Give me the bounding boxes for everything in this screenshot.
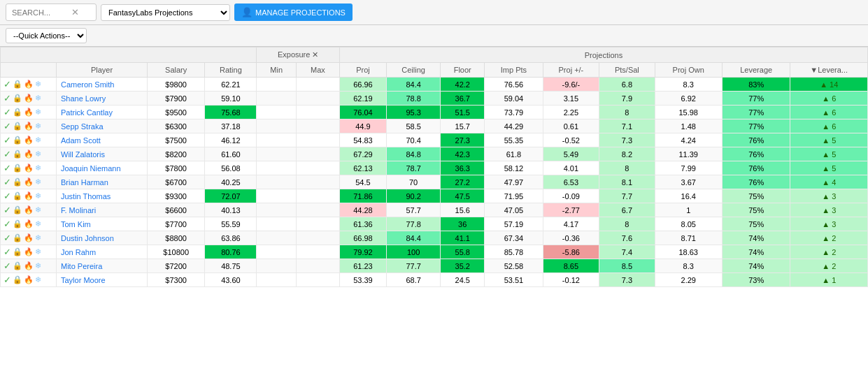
player-name[interactable]: Taylor Moore bbox=[57, 273, 148, 287]
check-icon[interactable]: ✓ bbox=[3, 261, 11, 271]
player-name[interactable]: Dustin Johnson bbox=[57, 231, 148, 245]
check-icon[interactable]: ✓ bbox=[3, 233, 11, 243]
leverage-col-header[interactable]: Leverage bbox=[722, 63, 790, 78]
player-min[interactable] bbox=[257, 231, 296, 245]
check-icon[interactable]: ✓ bbox=[3, 205, 11, 215]
player-name[interactable]: Will Zalatoris bbox=[57, 147, 148, 161]
player-max[interactable] bbox=[296, 175, 339, 189]
lock-icon[interactable]: 🔒 bbox=[13, 191, 22, 201]
player-min[interactable] bbox=[257, 119, 296, 133]
lock-icon[interactable]: 🔒 bbox=[13, 150, 22, 159]
proj-own-col-header[interactable]: Proj Own bbox=[655, 63, 722, 78]
proj-col-header[interactable]: Proj bbox=[339, 63, 386, 78]
player-name[interactable]: Brian Harman bbox=[57, 175, 148, 189]
player-min[interactable] bbox=[257, 147, 296, 161]
check-icon[interactable]: ✓ bbox=[3, 121, 11, 131]
player-max[interactable] bbox=[296, 217, 339, 231]
snow-icon[interactable]: ❄ bbox=[35, 122, 41, 131]
check-icon[interactable]: ✓ bbox=[3, 275, 11, 285]
check-icon[interactable]: ✓ bbox=[3, 107, 11, 117]
lock-icon[interactable]: 🔒 bbox=[13, 205, 22, 215]
floor-col-header[interactable]: Floor bbox=[441, 63, 485, 78]
player-min[interactable] bbox=[257, 92, 296, 106]
fire-icon[interactable]: 🔥 bbox=[24, 177, 34, 187]
check-icon[interactable]: ✓ bbox=[3, 219, 11, 229]
lock-icon[interactable]: 🔒 bbox=[13, 94, 22, 103]
player-name[interactable]: Adam Scott bbox=[57, 133, 148, 147]
fire-icon[interactable]: 🔥 bbox=[24, 136, 34, 145]
max-col-header[interactable]: Max bbox=[296, 63, 339, 78]
player-name[interactable]: F. Molinari bbox=[57, 203, 148, 217]
snow-icon[interactable]: ❄ bbox=[35, 177, 41, 187]
player-name[interactable]: Sepp Straka bbox=[57, 119, 148, 133]
fire-icon[interactable]: 🔥 bbox=[24, 205, 34, 215]
player-name[interactable]: Cameron Smith bbox=[57, 78, 148, 92]
player-min[interactable] bbox=[257, 189, 296, 203]
search-box[interactable]: ✕ bbox=[6, 3, 97, 21]
player-min[interactable] bbox=[257, 106, 296, 119]
snow-icon[interactable]: ❄ bbox=[35, 191, 41, 201]
min-col-header[interactable]: Min bbox=[257, 63, 296, 78]
snow-icon[interactable]: ❄ bbox=[35, 150, 41, 159]
lock-icon[interactable]: 🔒 bbox=[13, 108, 22, 117]
player-name[interactable]: Joaquin Niemann bbox=[57, 161, 148, 175]
snow-icon[interactable]: ❄ bbox=[35, 275, 41, 284]
lock-icon[interactable]: 🔒 bbox=[13, 122, 22, 131]
fire-icon[interactable]: 🔥 bbox=[24, 233, 34, 242]
player-min[interactable] bbox=[257, 217, 296, 231]
snow-icon[interactable]: ❄ bbox=[35, 108, 41, 117]
player-name[interactable]: Tom Kim bbox=[57, 217, 148, 231]
player-min[interactable] bbox=[257, 161, 296, 175]
quick-actions-select[interactable]: --Quick Actions-- bbox=[6, 28, 87, 43]
fire-icon[interactable]: 🔥 bbox=[24, 80, 34, 89]
check-icon[interactable]: ✓ bbox=[3, 135, 11, 145]
lock-icon[interactable]: 🔒 bbox=[13, 80, 22, 89]
fire-icon[interactable]: 🔥 bbox=[24, 261, 34, 270]
fire-icon[interactable]: 🔥 bbox=[24, 163, 34, 173]
player-max[interactable] bbox=[296, 119, 339, 133]
snow-icon[interactable]: ❄ bbox=[35, 261, 41, 270]
leverage2-col-header[interactable]: ▼Levera... bbox=[790, 63, 868, 78]
fire-icon[interactable]: 🔥 bbox=[24, 247, 34, 256]
fire-icon[interactable]: 🔥 bbox=[24, 94, 34, 103]
snow-icon[interactable]: ❄ bbox=[35, 219, 41, 228]
lock-icon[interactable]: 🔒 bbox=[13, 136, 22, 145]
player-min[interactable] bbox=[257, 175, 296, 189]
check-icon[interactable]: ✓ bbox=[3, 163, 11, 173]
check-icon[interactable]: ✓ bbox=[3, 93, 11, 103]
player-col-header[interactable]: Player bbox=[57, 63, 148, 78]
salary-col-header[interactable]: Salary bbox=[148, 63, 205, 78]
player-min[interactable] bbox=[257, 78, 296, 92]
fire-icon[interactable]: 🔥 bbox=[24, 275, 34, 284]
lock-icon[interactable]: 🔒 bbox=[13, 247, 22, 256]
player-max[interactable] bbox=[296, 203, 339, 217]
player-max[interactable] bbox=[296, 106, 339, 119]
player-min[interactable] bbox=[257, 203, 296, 217]
player-max[interactable] bbox=[296, 189, 339, 203]
fire-icon[interactable]: 🔥 bbox=[24, 191, 34, 201]
player-max[interactable] bbox=[296, 92, 339, 106]
check-icon[interactable]: ✓ bbox=[3, 247, 11, 257]
snow-icon[interactable]: ❄ bbox=[35, 163, 41, 173]
player-name[interactable]: Justin Thomas bbox=[57, 189, 148, 203]
check-icon[interactable]: ✓ bbox=[3, 149, 11, 159]
player-max[interactable] bbox=[296, 259, 339, 273]
player-min[interactable] bbox=[257, 133, 296, 147]
player-min[interactable] bbox=[257, 273, 296, 287]
player-max[interactable] bbox=[296, 147, 339, 161]
fire-icon[interactable]: 🔥 bbox=[24, 122, 34, 131]
player-name[interactable]: Shane Lowry bbox=[57, 92, 148, 106]
lock-icon[interactable]: 🔒 bbox=[13, 219, 22, 228]
lock-icon[interactable]: 🔒 bbox=[13, 177, 22, 187]
snow-icon[interactable]: ❄ bbox=[35, 247, 41, 256]
player-name[interactable]: Mito Pereira bbox=[57, 259, 148, 273]
snow-icon[interactable]: ❄ bbox=[35, 233, 41, 242]
player-max[interactable] bbox=[296, 231, 339, 245]
lock-icon[interactable]: 🔒 bbox=[13, 261, 22, 270]
check-icon[interactable]: ✓ bbox=[3, 191, 11, 201]
player-max[interactable] bbox=[296, 273, 339, 287]
player-name[interactable]: Jon Rahm bbox=[57, 245, 148, 259]
check-icon[interactable]: ✓ bbox=[3, 79, 11, 89]
rating-col-header[interactable]: Rating bbox=[205, 63, 257, 78]
snow-icon[interactable]: ❄ bbox=[35, 94, 41, 103]
